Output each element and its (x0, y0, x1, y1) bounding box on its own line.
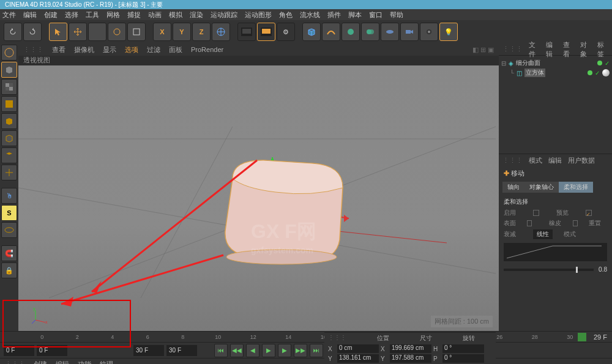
rubber-checkbox[interactable] (573, 220, 578, 226)
subtab-objaxis[interactable]: 对象轴心 (524, 182, 559, 193)
mat-edit[interactable]: 编辑 (56, 360, 69, 364)
timeline-end-marker[interactable] (578, 333, 586, 341)
axis-z-button[interactable]: Z (192, 23, 211, 41)
value-slider[interactable] (504, 269, 594, 271)
menu-plugin[interactable]: 插件 (327, 10, 341, 20)
visibility-dot-icon[interactable] (597, 61, 602, 65)
axis-x-button[interactable]: X (153, 23, 171, 41)
environment-button[interactable] (381, 23, 399, 41)
preview-end-field[interactable]: 30 F (133, 345, 164, 356)
menu-render[interactable]: 渲染 (190, 10, 203, 20)
vp-camera[interactable]: 摄像机 (74, 45, 94, 54)
generator-button[interactable] (341, 23, 360, 41)
mouse-icon[interactable]: 🖱 (1, 188, 17, 204)
visibility-dot-icon[interactable] (588, 70, 592, 75)
pos-x-field[interactable]: 0 cm (337, 344, 379, 353)
cube-primitive-button[interactable] (302, 23, 321, 41)
menu-mograph[interactable]: 运动图形 (245, 10, 272, 20)
menu-edit[interactable]: 编辑 (23, 10, 37, 20)
undo-button[interactable] (4, 23, 22, 41)
prev-frame-button[interactable]: ◀ (246, 344, 259, 357)
goto-end-button[interactable]: ⏭ (310, 344, 323, 357)
light-button[interactable] (420, 23, 438, 41)
falloff-select[interactable]: 线性 (533, 229, 553, 239)
menu-tools[interactable]: 工具 (86, 10, 99, 20)
surface-checkbox[interactable] (527, 220, 532, 226)
light-on-button[interactable]: 💡 (439, 23, 458, 41)
size-y-field[interactable]: 197.588 cm (390, 354, 431, 363)
next-frame-button[interactable]: ▶ (278, 344, 291, 357)
attr-edit[interactable]: 编辑 (548, 156, 562, 165)
select-tool[interactable] (49, 23, 67, 41)
play-button[interactable]: ▶ (262, 344, 275, 357)
point-mode-icon[interactable] (1, 113, 17, 129)
menu-window[interactable]: 窗口 (369, 10, 382, 20)
vp-prorender[interactable]: ProRender (191, 46, 223, 53)
viewport-3d[interactable]: 网格间距 : 100 cm yx GX F网gxfsystem.com (18, 65, 499, 331)
vp-display[interactable]: 显示 (103, 45, 116, 54)
tree-row-subdivision[interactable]: ⊟ ◈ 细分曲面 ✓ (501, 58, 610, 68)
subtab-axis[interactable]: 轴向 (502, 182, 524, 193)
menu-anim[interactable]: 动画 (148, 10, 162, 20)
step-fwd-button[interactable]: ▶▶ (294, 344, 307, 357)
pos-y-field[interactable]: 138.161 cm (337, 354, 379, 363)
falloff-graph[interactable] (504, 243, 607, 261)
tree-row-cube[interactable]: └ ◫ 立方体 ✓ (501, 68, 610, 78)
axis-mode-icon[interactable] (1, 165, 17, 180)
menu-snap[interactable]: 捕捉 (127, 10, 141, 20)
workplane-icon[interactable] (1, 222, 17, 238)
magnet-icon[interactable]: 🧲 (1, 245, 17, 261)
mat-func[interactable]: 功能 (78, 360, 91, 364)
mat-texture[interactable]: 纹理 (100, 360, 113, 364)
vp-view[interactable]: 查看 (52, 45, 65, 54)
material-ball-icon[interactable] (602, 69, 610, 76)
edge-mode-icon[interactable] (1, 130, 17, 146)
coord-sys-button[interactable] (212, 23, 230, 41)
redo-button[interactable] (23, 23, 42, 41)
vp-filter[interactable]: 过滤 (147, 45, 160, 54)
object-mode-icon[interactable] (1, 62, 17, 78)
timeline-ruler[interactable]: 02 46 810 1214 1618 2022 2426 2830 29 F (0, 331, 612, 342)
menu-help[interactable]: 帮助 (390, 10, 403, 20)
preview-checkbox[interactable] (586, 210, 592, 216)
mat-create[interactable]: 创建 (34, 360, 47, 364)
menu-create[interactable]: 创建 (44, 10, 58, 20)
menu-mesh[interactable]: 网格 (106, 10, 120, 20)
scale-tool[interactable] (88, 23, 106, 41)
rot-h-field[interactable]: 0 ° (442, 344, 484, 353)
last-tool[interactable] (127, 23, 146, 41)
deformer-button[interactable] (361, 23, 379, 41)
rotate-tool[interactable] (108, 23, 126, 41)
render-region-button[interactable] (257, 23, 275, 41)
size-x-field[interactable]: 199.669 cm (390, 344, 431, 353)
step-back-button[interactable]: ◀◀ (230, 344, 244, 357)
menu-pipe[interactable]: 流水线 (300, 10, 320, 20)
menu-sim[interactable]: 模拟 (169, 10, 182, 20)
menu-select[interactable]: 选择 (65, 10, 78, 20)
vp-panel[interactable]: 面板 (169, 45, 182, 54)
render-button[interactable] (237, 23, 256, 41)
uv-mode-icon[interactable] (1, 96, 17, 112)
menu-char[interactable]: 角色 (279, 10, 293, 20)
texture-mode-icon[interactable] (1, 79, 17, 95)
snap-icon[interactable]: S (1, 205, 17, 221)
menu-script[interactable]: 脚本 (348, 10, 362, 20)
subtab-softsel[interactable]: 柔和选择 (559, 182, 593, 193)
menu-motrack[interactable]: 运动跟踪 (211, 10, 237, 20)
vp-options[interactable]: 选项 (125, 45, 138, 54)
lock-icon[interactable]: 🔒 (1, 262, 17, 278)
move-tool[interactable] (69, 23, 87, 41)
spline-button[interactable] (322, 23, 340, 41)
menu-file[interactable]: 文件 (2, 10, 16, 20)
camera-button[interactable] (400, 23, 419, 41)
attr-user[interactable]: 用户数据 (568, 156, 595, 165)
render-settings-button[interactable]: ⚙ (277, 23, 295, 41)
start-frame-field[interactable]: 0 F (4, 345, 34, 356)
model-mode-icon[interactable] (1, 45, 17, 61)
attr-mode[interactable]: 模式 (529, 156, 542, 165)
poly-mode-icon[interactable] (1, 147, 17, 163)
end-frame-field[interactable]: 30 F (166, 345, 197, 356)
axis-y-button[interactable]: Y (173, 23, 191, 41)
goto-start-button[interactable]: ⏮ (214, 344, 228, 357)
enable-checkbox[interactable] (533, 210, 539, 216)
